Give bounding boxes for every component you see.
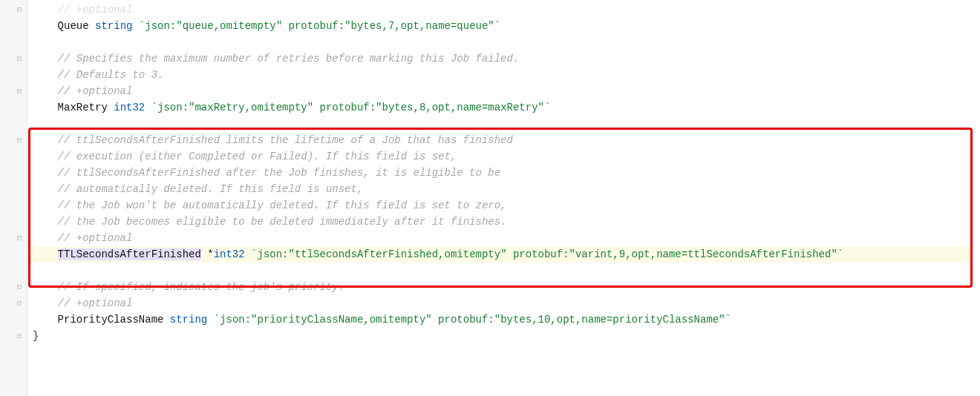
field-tag: `json:"queue,omitempty" protobuf:"bytes,… <box>139 20 500 32</box>
comment-text: // +optional <box>58 4 133 16</box>
fold-toggle-icon[interactable]: ⊟ <box>15 331 24 340</box>
field-type: int32 <box>214 248 245 260</box>
code-line[interactable]: TTLSecondsAfterFinished *int32 `json:"tt… <box>33 246 980 263</box>
field-tag: `json:"maxRetry,omitempty" protobuf:"byt… <box>151 102 551 113</box>
comment-text: // automatically deleted. If this field … <box>58 183 364 195</box>
pointer-star: * <box>207 248 213 260</box>
code-line[interactable] <box>33 34 980 50</box>
comment-text: // +optional <box>58 232 133 244</box>
code-line[interactable]: // Defaults to 3. <box>33 67 980 83</box>
code-line[interactable]: // +optional <box>33 295 980 311</box>
fold-toggle-icon[interactable]: ⊟ <box>15 5 24 14</box>
comment-text: // Defaults to 3. <box>58 69 164 81</box>
code-line[interactable]: // ttlSecondsAfterFinished after the Job… <box>33 165 980 181</box>
field-type: int32 <box>114 102 145 113</box>
code-line[interactable] <box>33 263 980 279</box>
struct-close-brace: } <box>33 330 39 342</box>
comment-text: // execution (either Completed or Failed… <box>58 151 457 162</box>
code-line[interactable]: MaxRetry int32 `json:"maxRetry,omitempty… <box>33 99 980 116</box>
code-line[interactable]: } <box>33 328 980 344</box>
field-name: PriorityClassName <box>58 314 164 326</box>
comment-text: // ttlSecondsAfterFinished after the Job… <box>58 167 501 179</box>
field-type: string <box>170 314 207 326</box>
field-name: Queue <box>58 20 89 32</box>
code-line[interactable]: // execution (either Completed or Failed… <box>33 148 980 165</box>
field-tag: `json:"priorityClassName,omitempty" prot… <box>214 314 731 326</box>
gutter: ⊟⊟⊟⊟⊟⊟⊟⊟ <box>0 0 27 396</box>
code-line[interactable]: PriorityClassName string `json:"priority… <box>33 311 980 328</box>
code-area[interactable]: // +optional Queue string `json:"queue,o… <box>33 0 980 344</box>
code-editor[interactable]: ⊟⊟⊟⊟⊟⊟⊟⊟ // +optional Queue string `json… <box>0 0 980 396</box>
code-line[interactable]: // the Job won't be automatically delete… <box>33 197 980 214</box>
comment-text: // +optional <box>58 85 133 97</box>
code-line[interactable] <box>33 116 980 132</box>
comment-text: // ttlSecondsAfterFinished limits the li… <box>58 134 513 146</box>
code-line[interactable]: // automatically deleted. If this field … <box>33 181 980 197</box>
code-line[interactable]: Queue string `json:"queue,omitempty" pro… <box>33 18 980 34</box>
code-line[interactable]: // If specified, indicates the job's pri… <box>33 279 980 295</box>
comment-text: // +optional <box>58 297 133 309</box>
field-type: string <box>95 20 132 32</box>
code-line[interactable]: // Specifies the maximum number of retri… <box>33 50 980 67</box>
field-name: MaxRetry <box>58 102 108 113</box>
code-line[interactable]: // +optional <box>33 230 980 246</box>
field-name: TTLSecondsAfterFinished <box>58 248 201 260</box>
code-line[interactable]: // +optional <box>33 83 980 99</box>
comment-text: // the Job won't be automatically delete… <box>58 199 507 211</box>
fold-toggle-icon[interactable]: ⊟ <box>15 87 24 96</box>
fold-toggle-icon[interactable]: ⊟ <box>15 283 24 291</box>
fold-toggle-icon[interactable]: ⊟ <box>15 54 24 63</box>
comment-text: // If specified, indicates the job's pri… <box>58 281 344 293</box>
fold-toggle-icon[interactable]: ⊟ <box>15 136 24 145</box>
fold-toggle-icon[interactable]: ⊟ <box>15 299 24 308</box>
field-tag: `json:"ttlSecondsAfterFinished,omitempty… <box>251 248 843 260</box>
comment-text: // the Job becomes eligible to be delete… <box>58 216 507 228</box>
comment-text: // Specifies the maximum number of retri… <box>58 53 520 65</box>
code-line[interactable]: // ttlSecondsAfterFinished limits the li… <box>33 132 980 148</box>
code-line[interactable]: // the Job becomes eligible to be delete… <box>33 214 980 230</box>
fold-toggle-icon[interactable]: ⊟ <box>15 234 24 242</box>
code-line[interactable]: // +optional <box>33 1 980 18</box>
